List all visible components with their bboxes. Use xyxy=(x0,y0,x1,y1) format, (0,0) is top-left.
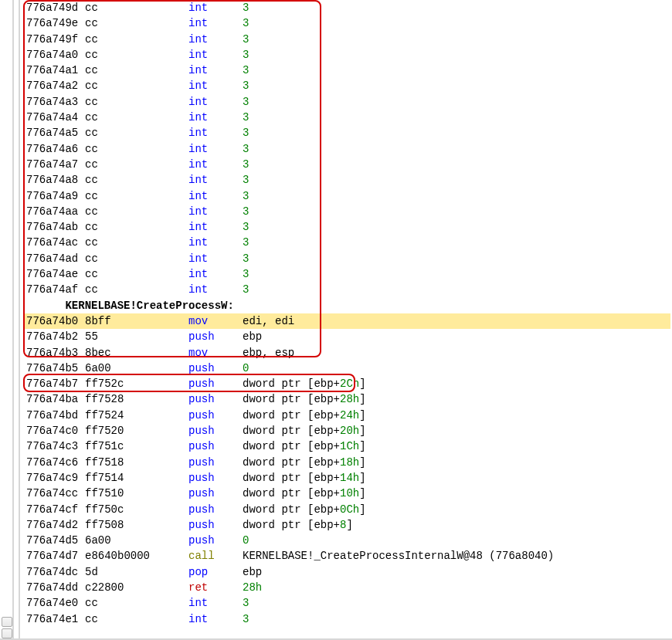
disasm-row[interactable]: 776a74b38becmovebp, esp xyxy=(23,345,670,361)
mnemonic: int xyxy=(188,172,243,188)
disasm-row[interactable]: 776a74aeccint3 xyxy=(23,266,670,282)
disasm-row[interactable]: 776a74d2ff7508pushdword ptr [ebp+8] xyxy=(23,517,670,533)
disasm-row[interactable]: 776a74a3ccint3 xyxy=(23,94,670,110)
operand-part: 3 xyxy=(243,174,249,186)
scroll-up-button[interactable] xyxy=(2,617,12,627)
disasm-row[interactable]: 776a749dccint3 xyxy=(23,0,670,15)
disasm-row[interactable]: 776a749eccint3 xyxy=(23,15,670,31)
mnemonic: push xyxy=(188,470,243,486)
operand-part: 3 xyxy=(243,127,249,139)
operand-part: 28h xyxy=(340,393,359,405)
operand-part: dword ptr [ebp+ xyxy=(243,440,340,452)
address: 776a74ac xyxy=(26,235,85,250)
address: 776a74a7 xyxy=(26,157,85,172)
operands: KERNELBASE!_CreateProcessInternalW@48 (7… xyxy=(243,550,554,562)
operand-part: dword ptr [ebp+ xyxy=(243,409,340,422)
disasm-row[interactable]: 776a74b255pushebp xyxy=(23,329,670,344)
disassembly-view[interactable]: 776a749dccint3776a749eccint3776a749fccin… xyxy=(23,0,670,638)
address: 776a74c9 xyxy=(26,470,85,486)
address: 776a74c0 xyxy=(26,423,85,439)
operand-part: 3 xyxy=(243,33,249,46)
disasm-row[interactable]: 776a74e1ccint3 xyxy=(23,611,670,627)
opcode-bytes: 8bec xyxy=(85,345,188,361)
disasm-row[interactable]: 776a74adccint3 xyxy=(23,251,670,266)
disasm-row[interactable]: 776a74ccff7510pushdword ptr [ebp+10h] xyxy=(23,486,670,501)
address: 776a74b7 xyxy=(26,376,85,391)
opcode-bytes: cc xyxy=(85,125,188,141)
operand-part: 24h xyxy=(340,409,359,422)
disasm-row[interactable]: 776a74b7ff752cpushdword ptr [ebp+2Ch] xyxy=(23,376,670,391)
opcode-bytes: cc xyxy=(85,219,188,235)
disasm-row[interactable]: 776a74a6ccint3 xyxy=(23,141,670,157)
opcode-bytes: c22800 xyxy=(85,580,188,595)
mnemonic: int xyxy=(188,157,243,172)
scroll-down-button[interactable] xyxy=(2,628,12,638)
opcode-bytes: cc xyxy=(85,47,188,63)
disasm-row[interactable]: 776a74cfff750cpushdword ptr [ebp+0Ch] xyxy=(23,502,670,517)
operands: 3 xyxy=(243,283,249,296)
disasm-row[interactable]: 776a74aaccint3 xyxy=(23,204,670,219)
disasm-row[interactable]: 776a74c9ff7514pushdword ptr [ebp+14h] xyxy=(23,470,670,486)
disasm-row[interactable]: 776a74ddc22800ret28h xyxy=(23,580,670,595)
mnemonic: int xyxy=(188,266,243,282)
operands: 3 xyxy=(243,49,249,61)
operand-part: 3 xyxy=(243,64,249,76)
disasm-row[interactable]: 776a74e0ccint3 xyxy=(23,595,670,611)
disasm-row[interactable]: 776a74dc5dpopebp xyxy=(23,564,670,580)
operand-part: 3 xyxy=(243,205,249,218)
address: 776a749d xyxy=(26,0,85,15)
mnemonic: push xyxy=(188,361,243,376)
mnemonic: push xyxy=(188,439,243,454)
symbol-label-row[interactable]: KERNELBASE!CreateProcessW: xyxy=(23,298,670,313)
operands: 28h xyxy=(243,581,262,594)
disasm-row[interactable]: 776a74a4ccint3 xyxy=(23,110,670,125)
operands: 3 xyxy=(243,190,249,202)
disasm-row[interactable]: 776a74a9ccint3 xyxy=(23,188,670,204)
disasm-row[interactable]: 776a74a8ccint3 xyxy=(23,172,670,188)
disasm-row[interactable]: 776a74a1ccint3 xyxy=(23,63,670,78)
operand-part: dword ptr [ebp+ xyxy=(243,393,340,405)
disasm-row[interactable]: 776a74d7e8640b0000callKERNELBASE!_Create… xyxy=(23,548,670,564)
disasm-row[interactable]: 776a74abccint3 xyxy=(23,219,670,235)
disasm-row[interactable]: 776a74c6ff7518pushdword ptr [ebp+18h] xyxy=(23,455,670,470)
disasm-row[interactable]: 776a74b08bffmovedi, edi xyxy=(23,313,670,329)
disasm-row[interactable]: 776a74afccint3 xyxy=(23,282,670,297)
mnemonic: int xyxy=(188,595,243,611)
disasm-row[interactable]: 776a74a7ccint3 xyxy=(23,157,670,172)
opcode-bytes: ff7510 xyxy=(85,486,188,501)
gutter-divider xyxy=(6,0,14,640)
disasm-row[interactable]: 776a74a5ccint3 xyxy=(23,125,670,141)
disasm-row[interactable]: 776a74c3ff751cpushdword ptr [ebp+1Ch] xyxy=(23,439,670,454)
operand-part: 18h xyxy=(340,456,359,469)
operands: dword ptr [ebp+10h] xyxy=(243,487,366,499)
operand-part: 3 xyxy=(243,80,249,92)
operand-part: 3 xyxy=(243,597,249,609)
address: 776a74aa xyxy=(26,204,85,219)
mnemonic: int xyxy=(188,0,243,15)
disasm-row[interactable]: 776a74d56a00push0 xyxy=(23,533,670,548)
disasm-row[interactable]: 776a74acccint3 xyxy=(23,235,670,250)
mnemonic: int xyxy=(188,47,243,63)
disasm-row[interactable]: 776a74a2ccint3 xyxy=(23,78,670,93)
operand-part: ] xyxy=(359,503,365,516)
disasm-row[interactable]: 776a74a0ccint3 xyxy=(23,47,670,63)
address: 776a74a4 xyxy=(26,110,85,125)
disasm-row[interactable]: 776a74baff7528pushdword ptr [ebp+28h] xyxy=(23,391,670,407)
operands: dword ptr [ebp+28h] xyxy=(243,393,366,405)
operand-part: dword ptr [ebp+ xyxy=(243,503,340,516)
disasm-row[interactable]: 776a74c0ff7520pushdword ptr [ebp+20h] xyxy=(23,423,670,439)
disasm-row[interactable]: 776a749fccint3 xyxy=(23,32,670,47)
address: 776a74a9 xyxy=(26,188,85,204)
mnemonic: pop xyxy=(188,564,243,580)
mnemonic: mov xyxy=(188,313,243,329)
disasm-row[interactable]: 776a74b56a00push0 xyxy=(23,361,670,376)
opcode-bytes: cc xyxy=(85,204,188,219)
operands: 3 xyxy=(243,2,249,14)
address: 776a74a0 xyxy=(26,47,85,63)
address: 776a74ae xyxy=(26,266,85,282)
address: 776a74cc xyxy=(26,486,85,501)
operands: dword ptr [ebp+8] xyxy=(243,519,353,531)
operands: 3 xyxy=(243,33,249,46)
operand-part: dword ptr [ebp+ xyxy=(243,519,340,531)
disasm-row[interactable]: 776a74bdff7524pushdword ptr [ebp+24h] xyxy=(23,408,670,423)
